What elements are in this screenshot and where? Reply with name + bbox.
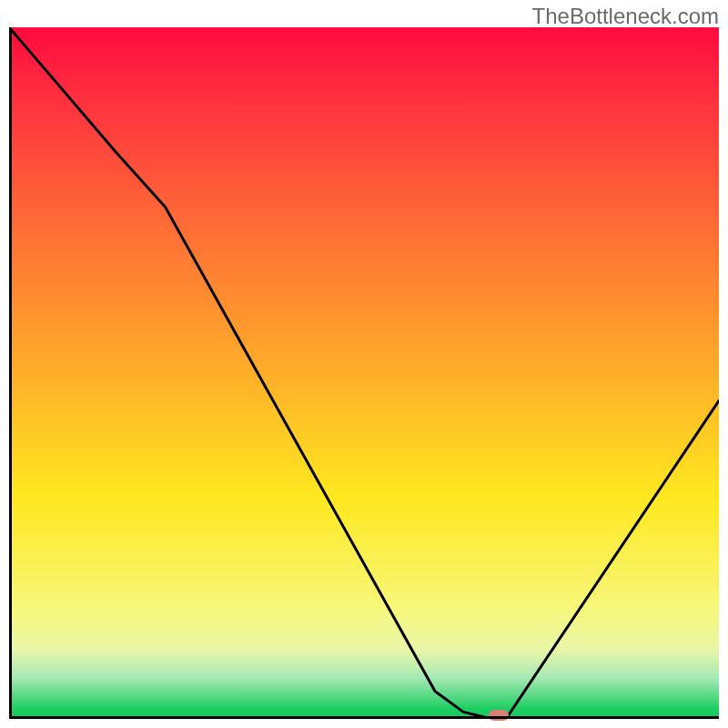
watermark-text: TheBottleneck.com	[532, 4, 719, 29]
bottleneck-curve	[9, 27, 719, 719]
curve-svg	[9, 27, 719, 719]
plot-area	[9, 27, 719, 719]
optimal-marker	[489, 710, 509, 721]
chart-container: TheBottleneck.com	[0, 0, 728, 728]
